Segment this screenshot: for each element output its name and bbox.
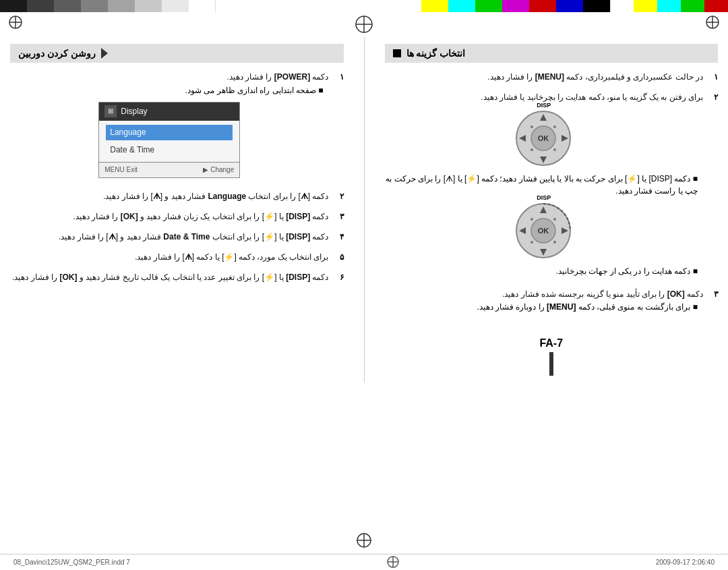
- right-step-6-content: دکمه [DISP] یا [⚡] را برای تغییر عدد یا …: [10, 271, 329, 285]
- disp-key-3: [DISP]: [286, 273, 310, 282]
- color-black: [0, 0, 27, 12]
- ok-key-2: [OK]: [59, 273, 77, 282]
- right-column: روشن کردن دوربین ١ دکمه [POWER] را فشار …: [0, 37, 365, 382]
- left-step-1: ١ در حالت عکسبرداری و فیلمبرداری، دکمه […: [385, 71, 719, 84]
- right-step-5: ۵ برای انتخاب یک مورد، دکمه [⚡] یا دکمه …: [10, 251, 344, 264]
- page-number: FA-7: [385, 337, 719, 349]
- right-step-1-bullet: ■ صفحه ابتدایی راه اندازی ظاهر می شود.: [10, 84, 329, 96]
- page-number-bar: [549, 352, 553, 376]
- color-cyan: [448, 0, 475, 12]
- right-step-6: ۶ دکمه [DISP] یا [⚡] را برای تغییر عدد ی…: [10, 271, 344, 285]
- left-step-3: ٣ دکمه [OK] را برای تأیید منو یا گزینه ب…: [385, 288, 719, 318]
- left-step-3-bullet: ■ برای بازگشت به منوی قبلی، دکمه [MENU] …: [385, 301, 704, 313]
- footer-right: 2009-09-17 2:06:40: [656, 559, 715, 566]
- nav-key-1: ᗑ: [301, 192, 308, 201]
- right-step-1-content: دکمه [POWER] را فشار دهید. ■ صفحه ابتدای…: [10, 71, 329, 183]
- display-icon: ⊞: [104, 105, 117, 117]
- bottom-center-reg-mark: [356, 532, 372, 551]
- nav-key-2: ᗑ: [153, 192, 160, 201]
- display-box-footer: MENU Exit ▶ Change: [99, 162, 239, 177]
- page-number-area: FA-7: [385, 337, 719, 376]
- left-column: انتخاب گزینه ها ١ در حالت عکسبرداری و فی…: [365, 37, 729, 382]
- color-red: [529, 0, 556, 12]
- color-gray-1: [54, 0, 81, 12]
- color-white-2: [610, 0, 634, 12]
- left-step-2-bullet-2: ■ دکمه هدایت را در یکی از جهات بچرخانید.: [385, 265, 704, 277]
- right-step-4-num: ۴: [333, 231, 344, 244]
- color-light-gray: [135, 0, 162, 12]
- display-footer-change: ▶ Change: [203, 165, 234, 175]
- controller-2-area: DISP OK: [385, 202, 704, 260]
- right-step-5-content: برای انتخاب یک مورد، دکمه [⚡] یا دکمه [ᗑ…: [10, 251, 329, 264]
- disp-key-1: [DISP]: [286, 212, 310, 221]
- color-black-2: [583, 0, 610, 12]
- display-menu-item-datetime: Date & Time: [106, 142, 233, 158]
- menu-key-2: [MENU]: [547, 302, 576, 312]
- right-step-1-text: دکمه [POWER] را فشار دهید.: [10, 71, 329, 84]
- color-dark-gray: [27, 0, 54, 12]
- right-arrow-indicator: [101, 48, 108, 59]
- datetime-label: Date & Time: [163, 232, 210, 241]
- left-step-3-content: دکمه [OK] را برای تأیید منو یا گزینه برج…: [385, 288, 704, 318]
- ok-key-3: [OK]: [667, 289, 685, 299]
- controller-2: DISP OK: [515, 202, 572, 260]
- controller-1-area: DISP OK: [385, 110, 704, 167]
- color-magenta: [502, 0, 529, 12]
- controller-2-svg: OK: [515, 202, 572, 260]
- page-footer: 08_Davinci125UW_QSM2_PER.indd 7 2009-09-…: [0, 554, 728, 570]
- color-gray-2: [81, 0, 108, 12]
- right-step-5-num: ۵: [333, 251, 344, 264]
- right-section-title: روشن کردن دوربین: [18, 48, 96, 59]
- display-box-header: ⊞ Display: [99, 103, 239, 121]
- left-step-1-num: ١: [707, 71, 718, 84]
- disp-key-2: [DISP]: [286, 232, 310, 241]
- right-step-4-content: دکمه [DISP] یا [⚡] را برای انتخاب Date &…: [10, 231, 329, 244]
- disp-label-top-2: DISP: [537, 193, 551, 202]
- top-color-bar: [0, 0, 728, 12]
- top-right-reg-mark: [705, 15, 720, 32]
- display-preview-box: ⊞ Display Language Date & Time MENU Exit…: [98, 102, 240, 179]
- svg-point-27: [530, 218, 533, 221]
- disp-label-top: DISP: [537, 101, 551, 110]
- power-key-label: [POWER]: [274, 72, 310, 82]
- nav-icon-3: ⚡: [224, 252, 234, 262]
- nav-key-4: ᗑ: [185, 252, 192, 262]
- language-label: Language: [208, 192, 246, 201]
- right-step-3-num: ٣: [333, 210, 344, 223]
- color-cyan-2: [657, 0, 681, 12]
- left-step-2: ٢ برای رفتن به یک گزینه یا منو، دکمه هدا…: [385, 91, 719, 281]
- left-step-2-num: ٢: [707, 91, 718, 104]
- svg-point-30: [553, 241, 556, 244]
- left-section-title: انتخاب گزینه ها: [406, 48, 466, 59]
- nav-icon-2: ⚡: [264, 232, 274, 241]
- left-step-3-num: ٣: [707, 288, 718, 301]
- footer-center: [386, 555, 400, 570]
- right-step-1: ١ دکمه [POWER] را فشار دهید. ■ صفحه ابتد…: [10, 71, 344, 183]
- left-section-header: انتخاب گزینه ها: [385, 44, 719, 63]
- color-blue: [556, 0, 583, 12]
- right-step-2: ٢ دکمه [ᗑ] را برای انتخاب Language فشار …: [10, 190, 344, 204]
- left-step-1-content: در حالت عکسبرداری و فیلمبرداری، دکمه [ME…: [385, 71, 704, 84]
- display-box-content: Language Date & Time: [99, 121, 239, 162]
- nav-key-3: ᗑ: [109, 232, 116, 241]
- left-step-3-text: دکمه [OK] را برای تأیید منو یا گزینه برج…: [385, 288, 704, 302]
- color-white: [189, 0, 216, 12]
- nav-icon-4: ⚡: [264, 273, 274, 282]
- display-footer-exit: MENU Exit: [104, 165, 138, 175]
- svg-text:OK: OK: [538, 227, 549, 235]
- color-green-2: [681, 0, 704, 12]
- right-step-1-num: ١: [333, 71, 344, 84]
- color-yellow-2: [634, 0, 657, 12]
- svg-point-28: [553, 218, 556, 221]
- display-label: Display: [121, 105, 147, 118]
- color-red-2: [704, 0, 728, 12]
- color-near-white: [162, 0, 189, 12]
- right-step-3: ٣ دکمه [DISP] یا [⚡] را برای انتخاب یک ز…: [10, 210, 344, 224]
- color-yellow: [421, 0, 448, 12]
- top-center-reg-mark: [355, 15, 373, 36]
- display-menu-item-language: Language: [106, 125, 233, 140]
- color-green: [475, 0, 502, 12]
- right-step-2-content: دکمه [ᗑ] را برای انتخاب Language فشار ده…: [10, 190, 329, 204]
- left-step-2-content: برای رفتن به یک گزینه یا منو، دکمه هدایت…: [385, 91, 704, 281]
- svg-point-29: [530, 241, 533, 244]
